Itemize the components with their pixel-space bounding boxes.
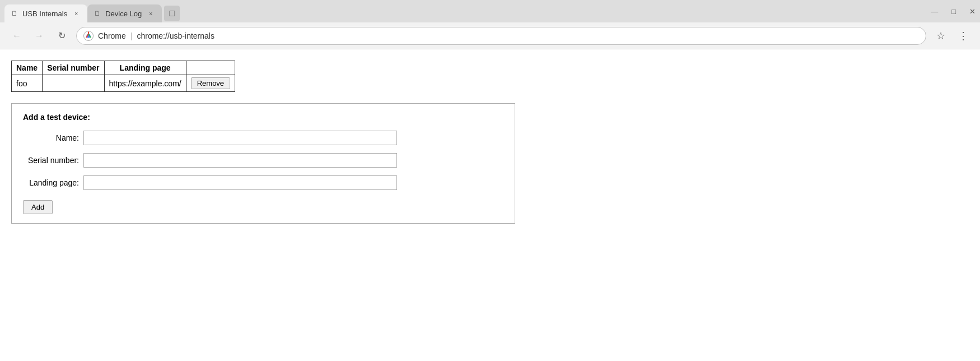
serial-label: Serial number: — [23, 156, 79, 165]
tab-usb-internals[interactable]: 🗋 USB Internals × — [4, 4, 87, 22]
landing-input[interactable] — [83, 175, 397, 190]
name-row: Name: — [23, 131, 503, 145]
page-content: Name Serial number Landing page foohttps… — [0, 49, 980, 361]
serial-input[interactable] — [83, 153, 397, 168]
toolbar-actions: ☆ ⋮ — [933, 28, 971, 44]
chrome-label: Chrome — [98, 31, 126, 40]
chrome-logo-icon — [83, 31, 94, 41]
col-header-name: Name — [12, 61, 43, 75]
forward-button[interactable]: → — [31, 28, 47, 44]
maximize-button[interactable]: □ — [951, 7, 956, 16]
table-row: foohttps://example.com/Remove — [12, 75, 235, 92]
add-device-form: Add a test device: Name: Serial number: … — [11, 103, 515, 224]
tab-device-log-close[interactable]: × — [146, 9, 155, 18]
table-header-row: Name Serial number Landing page — [12, 61, 235, 75]
tab-device-log-label: Device Log — [105, 10, 142, 18]
col-header-action — [186, 61, 235, 75]
landing-row: Landing page: — [23, 175, 503, 190]
cell-serial — [43, 75, 104, 92]
window-controls: — □ ✕ — [931, 7, 976, 16]
reload-button[interactable]: ↻ — [54, 28, 69, 44]
add-device-title: Add a test device: — [23, 113, 503, 122]
back-icon: ← — [12, 31, 21, 41]
new-tab-icon: □ — [169, 8, 175, 18]
tab-doc-icon: 🗋 — [11, 10, 18, 17]
tab-usb-internals-label: USB Internals — [22, 10, 67, 18]
tab-device-log[interactable]: 🗋 Device Log × — [87, 4, 162, 22]
star-button[interactable]: ☆ — [933, 28, 949, 44]
cell-landing: https://example.com/ — [104, 75, 186, 92]
menu-button[interactable]: ⋮ — [955, 28, 971, 44]
serial-row: Serial number: — [23, 153, 503, 168]
tab-doc-icon-2: 🗋 — [94, 10, 101, 17]
name-input[interactable] — [83, 131, 397, 145]
tab-usb-internals-close[interactable]: × — [72, 9, 81, 18]
cell-action: Remove — [186, 75, 235, 92]
col-header-serial: Serial number — [43, 61, 104, 75]
col-header-landing: Landing page — [104, 61, 186, 75]
menu-icon: ⋮ — [958, 30, 968, 42]
toolbar: ← → ↻ Chrome | chrome://usb-internals ☆ … — [0, 22, 980, 49]
cell-name: foo — [12, 75, 43, 92]
reload-icon: ↻ — [58, 30, 66, 41]
landing-label: Landing page: — [23, 178, 79, 187]
new-tab-button[interactable]: □ — [164, 6, 180, 21]
add-button[interactable]: Add — [23, 200, 53, 214]
close-button[interactable]: ✕ — [969, 7, 976, 16]
back-button[interactable]: ← — [9, 28, 25, 44]
minimize-button[interactable]: — — [931, 7, 938, 16]
name-label: Name: — [23, 133, 79, 142]
star-icon: ☆ — [936, 30, 945, 42]
address-bar[interactable]: Chrome | chrome://usb-internals — [76, 27, 926, 45]
device-table: Name Serial number Landing page foohttps… — [11, 61, 235, 92]
title-bar: 🗋 USB Internals × 🗋 Device Log × □ — □ ✕ — [0, 0, 980, 22]
remove-button[interactable]: Remove — [191, 77, 230, 89]
address-url: chrome://usb-internals — [137, 31, 214, 40]
address-divider: | — [130, 31, 133, 40]
forward-icon: → — [35, 31, 44, 41]
